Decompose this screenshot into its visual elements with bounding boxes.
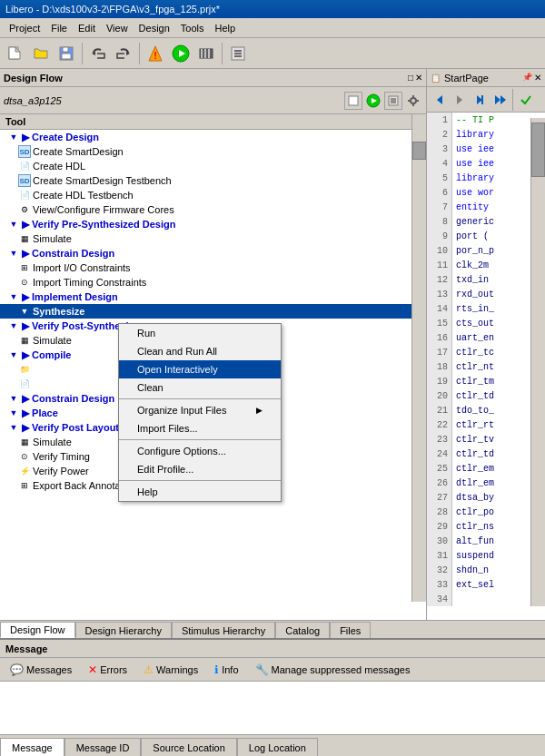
code-line-26: 26 dtlr_em xyxy=(427,476,545,490)
bottom-tabs: Design Flow Design Hierarchy Stimulus Hi… xyxy=(0,620,545,638)
tab-stimulus-hierarchy[interactable]: Stimulus Hierarchy xyxy=(172,622,275,638)
sp-check-btn[interactable] xyxy=(517,91,535,109)
menu-file[interactable]: File xyxy=(45,21,73,35)
message-area: Message 💬 Messages ✕ Errors ⚠ Warnings ℹ… xyxy=(0,638,545,756)
redo-button[interactable] xyxy=(112,42,135,65)
section-constrain[interactable]: ▼ ▶ Constrain Design xyxy=(0,246,426,260)
code-line-8: 8 generic xyxy=(427,214,545,229)
sp-next-btn[interactable] xyxy=(471,91,489,109)
expand-icon3: ▼ xyxy=(7,247,20,260)
expand-icon9: ▼ xyxy=(7,421,20,434)
configure-button[interactable] xyxy=(226,42,250,65)
design-flow-label: Design Flow xyxy=(4,73,63,83)
item-create-hdl-testbench[interactable]: 📄 Create HDL Testbench xyxy=(0,188,426,202)
tab-files[interactable]: Files xyxy=(330,622,371,638)
save-button[interactable] xyxy=(54,42,78,65)
item-import-io[interactable]: ⊞ Import I/O Constraints xyxy=(0,260,426,275)
section-verify-pre[interactable]: ▼ ▶ Verify Pre-Synthesized Design xyxy=(0,217,426,231)
code-line-15: 15 cts_out xyxy=(427,316,545,330)
tab-catalog[interactable]: Catalog xyxy=(275,622,330,638)
sp-forward-btn[interactable] xyxy=(451,91,469,109)
msg-info-btn[interactable]: ℹ Info xyxy=(208,662,244,678)
ctx-organize-input[interactable]: Organize Input Files ▶ xyxy=(119,401,281,419)
msg-errors-btn[interactable]: ✕ Errors xyxy=(82,662,134,678)
sim3-icon: ▦ xyxy=(18,436,31,448)
tab-design-flow[interactable]: Design Flow xyxy=(0,622,75,638)
expand-icon2: ▼ xyxy=(7,218,20,231)
startpage-pin-icon[interactable]: 📌 xyxy=(522,73,532,83)
code-scrollbar[interactable] xyxy=(530,118,545,606)
code-line-25: 25 ctlr_em xyxy=(427,461,545,476)
ctx-open-interactively[interactable]: Open Interactively xyxy=(119,360,281,378)
startpage-toolbar xyxy=(427,87,545,113)
msgtab-message-id[interactable]: Message ID xyxy=(64,738,142,756)
toolbar-separator-2 xyxy=(139,43,140,64)
maximize-icon[interactable]: □ xyxy=(408,73,413,83)
sd-icon: SD xyxy=(18,145,31,158)
ctx-run[interactable]: Run xyxy=(119,324,281,342)
compile-icon1: 📁 xyxy=(18,363,31,376)
svg-rect-5 xyxy=(62,54,71,59)
msgtab-log-location[interactable]: Log Location xyxy=(237,738,318,756)
code-line-20: 20 ctlr_td xyxy=(427,388,545,403)
stop-button[interactable] xyxy=(194,42,218,65)
tab-design-hierarchy[interactable]: Design Hierarchy xyxy=(75,622,172,638)
sp-back-btn[interactable] xyxy=(431,91,449,109)
item-create-hdl[interactable]: 📄 Create HDL xyxy=(0,159,426,173)
ctx-edit-profile[interactable]: Edit Profile... xyxy=(119,460,281,478)
section-create-design[interactable]: ▼ ▶ Create Design xyxy=(0,130,426,144)
item-create-smartdesign-testbench[interactable]: SD Create SmartDesign Testbench xyxy=(0,173,426,188)
menu-bar: Project File Edit View Design Tools Help xyxy=(0,18,545,38)
close-panel-icon[interactable]: ✕ xyxy=(415,73,422,83)
msgtab-source-location[interactable]: Source Location xyxy=(141,738,237,756)
ctx-configure-options[interactable]: Configure Options... xyxy=(119,442,281,460)
timing-icon: ⊙ xyxy=(18,276,31,289)
title-bar: Libero - D:\xds100v3-2\FPGA\v3_fpga_125.… xyxy=(0,0,545,18)
msg-suppress-btn[interactable]: 🔧 Manage suppressed messages xyxy=(249,662,417,678)
menu-tools[interactable]: Tools xyxy=(175,21,210,35)
item-import-timing[interactable]: ⊙ Import Timing Constraints xyxy=(0,275,426,290)
df-run-btn[interactable] xyxy=(364,92,382,110)
df-tool3[interactable] xyxy=(384,92,402,110)
build-button[interactable]: ! xyxy=(144,42,167,65)
ctx-help[interactable]: Help xyxy=(119,483,281,501)
menu-help[interactable]: Help xyxy=(210,21,242,35)
msg-warnings-btn[interactable]: ⚠ Warnings xyxy=(137,662,204,678)
scrollbar-thumb[interactable] xyxy=(412,142,426,160)
sp-last-btn[interactable] xyxy=(490,91,509,109)
svg-text:!: ! xyxy=(154,50,157,61)
msgtab-message[interactable]: Message xyxy=(0,738,64,756)
code-line-24: 24 ctlr_td xyxy=(427,447,545,461)
code-line-10: 10 por_n_p xyxy=(427,243,545,258)
code-line-12: 12 txd_in xyxy=(427,272,545,287)
code-line-3: 3 use iee xyxy=(427,142,545,156)
item-synthesize[interactable]: ▼ Synthesize xyxy=(0,304,426,319)
code-scrollbar-thumb[interactable] xyxy=(531,123,545,177)
item-create-smartdesign[interactable]: SD Create SmartDesign xyxy=(0,144,426,159)
menu-edit[interactable]: Edit xyxy=(73,21,101,35)
code-line-27: 27 dtsa_by xyxy=(427,490,545,505)
undo-button[interactable] xyxy=(86,42,110,65)
item-firmware-cores[interactable]: ⚙ View/Configure Firmware Cores xyxy=(0,202,426,217)
ctx-clean-run-all[interactable]: Clean and Run All xyxy=(119,342,281,360)
ctx-import-files[interactable]: Import Files... xyxy=(119,419,281,437)
section-implement[interactable]: ▼ ▶ Implement Design xyxy=(0,290,426,304)
ctx-clean[interactable]: Clean xyxy=(119,378,281,397)
menu-view[interactable]: View xyxy=(101,21,134,35)
code-area[interactable]: 1 -- TI P 2 library 3 use iee 4 use iee … xyxy=(427,113,545,620)
open-button[interactable] xyxy=(29,42,53,65)
df-tool1[interactable] xyxy=(344,92,362,110)
code-line-2: 2 library xyxy=(427,127,545,142)
code-line-33: 33 ext_sel xyxy=(427,577,545,592)
df-settings-btn[interactable] xyxy=(404,92,422,110)
new-button[interactable] xyxy=(4,42,27,65)
tree-scrollbar[interactable] xyxy=(411,114,426,602)
code-line-13: 13 rxd_out xyxy=(427,287,545,301)
item-simulate-1[interactable]: ▦ Simulate xyxy=(0,231,426,246)
menu-project[interactable]: Project xyxy=(4,21,45,35)
menu-design[interactable]: Design xyxy=(134,21,175,35)
code-line-5: 5 library xyxy=(427,171,545,185)
startpage-close-icon[interactable]: ✕ xyxy=(534,73,541,83)
run-button[interactable] xyxy=(169,42,193,65)
msg-messages-btn[interactable]: 💬 Messages xyxy=(4,662,78,678)
